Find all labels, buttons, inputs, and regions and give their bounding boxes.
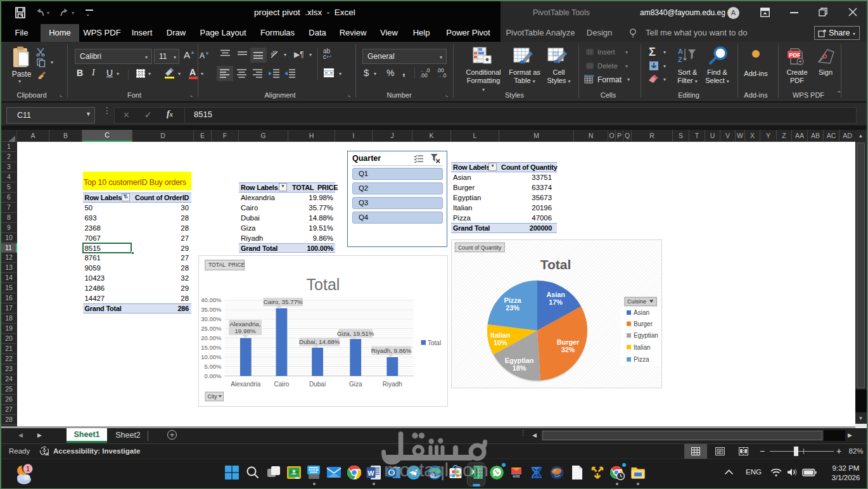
svg-text:Pizza: Pizza xyxy=(634,356,649,363)
svg-text:W: W xyxy=(367,469,374,477)
svg-text:5.00%: 5.00% xyxy=(204,363,221,370)
svg-text:18%: 18% xyxy=(513,364,527,372)
svg-text:Total: Total xyxy=(306,276,340,293)
svg-text:Total: Total xyxy=(540,257,571,272)
svg-text:32%: 32% xyxy=(561,346,575,353)
svg-text:Alexandria: Alexandria xyxy=(231,381,261,388)
svg-text:Riyadh: Riyadh xyxy=(382,381,402,388)
svg-text:Total: Total xyxy=(428,340,441,346)
svg-text:15.00%: 15.00% xyxy=(201,344,222,351)
svg-text:30.00%: 30.00% xyxy=(201,315,222,322)
svg-text:Giza: Giza xyxy=(348,381,362,388)
svg-text:40.00%: 40.00% xyxy=(201,296,222,303)
svg-text:Pizza: Pizza xyxy=(504,296,522,304)
svg-text:A: A xyxy=(678,48,683,55)
svg-text:PDF: PDF xyxy=(789,52,801,58)
svg-text:Cairo, 35.77%: Cairo, 35.77% xyxy=(263,298,302,305)
svg-text:19.98%: 19.98% xyxy=(234,327,256,334)
svg-text:10%: 10% xyxy=(494,339,507,346)
svg-text:Burger: Burger xyxy=(557,338,580,346)
svg-text:23%: 23% xyxy=(506,304,520,312)
svg-text:35.00%: 35.00% xyxy=(201,306,222,313)
svg-text:Dubai, 14.88%: Dubai, 14.88% xyxy=(299,338,340,345)
svg-text:Cairo: Cairo xyxy=(274,381,289,388)
svg-text:X: X xyxy=(471,469,476,476)
svg-text:Alexandria,: Alexandria, xyxy=(229,321,260,327)
svg-text:Italian: Italian xyxy=(490,331,510,339)
svg-text:Giza, 19.51%: Giza, 19.51% xyxy=(336,330,374,337)
svg-text:Asian: Asian xyxy=(634,309,649,316)
svg-text:1: 1 xyxy=(26,465,30,473)
svg-text:M365: M365 xyxy=(513,475,520,478)
svg-text:20.00%: 20.00% xyxy=(201,334,222,341)
svg-text:Egyptian: Egyptian xyxy=(634,332,658,339)
svg-text:Italian: Italian xyxy=(634,344,651,351)
svg-text:Asian: Asian xyxy=(546,291,565,298)
svg-text:25.00%: 25.00% xyxy=(201,325,222,332)
svg-text:10.00%: 10.00% xyxy=(201,353,222,360)
svg-text:Egyptian: Egyptian xyxy=(505,357,534,364)
svg-text:Burger: Burger xyxy=(634,321,653,327)
svg-text:Cuisine: Cuisine xyxy=(627,298,646,305)
svg-text:TOTAL PRICE: TOTAL PRICE xyxy=(208,262,245,268)
svg-text:0.00%: 0.00% xyxy=(204,372,221,379)
svg-text:Dubai: Dubai xyxy=(309,381,326,388)
svg-text:City: City xyxy=(207,393,217,400)
svg-text:Z: Z xyxy=(678,56,682,63)
svg-text:Count of Quantity: Count of Quantity xyxy=(458,244,502,251)
svg-text:17%: 17% xyxy=(549,298,563,306)
svg-text:Riyadh, 9.86%: Riyadh, 9.86% xyxy=(371,347,411,354)
svg-text:ab: ab xyxy=(270,49,278,58)
